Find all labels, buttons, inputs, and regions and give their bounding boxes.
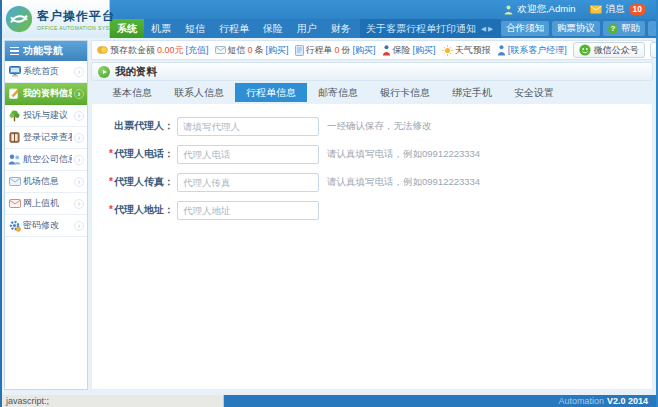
contact-manager-link[interactable]: [联系客户经理] xyxy=(508,44,567,57)
agent-address-input[interactable] xyxy=(177,201,319,220)
version-info: AutomationV2.0 2014 xyxy=(558,396,656,406)
welcome-user[interactable]: 欢迎您,Admin xyxy=(504,3,575,16)
field-label: *代理人电话： xyxy=(106,147,174,161)
itinerary-unit: 份 xyxy=(342,44,351,57)
itinerary-form: 出票代理人： 一经确认保存，无法修改 *代理人电话： 请认真填写电话，例如099… xyxy=(91,104,653,390)
insurance-person-icon xyxy=(382,45,391,56)
chevron-right-icon: › xyxy=(74,177,84,187)
profile-tabs: 基本信息 联系人信息 行程单信息 邮寄信息 银行卡信息 绑定手机 安全设置 xyxy=(91,83,653,102)
nav-item-tickets[interactable]: 机票 xyxy=(144,19,178,38)
sidebar-item-login-history[interactable]: 登录记录查看 › xyxy=(5,127,87,149)
welcome-text: 欢迎您,Admin xyxy=(517,3,575,16)
field-hint: 请认真填写电话，例如09912223334 xyxy=(327,148,480,161)
required-star: * xyxy=(109,148,113,159)
edit-icon xyxy=(8,88,21,100)
tab-basic-info[interactable]: 基本信息 xyxy=(101,83,163,102)
chevron-right-icon: › xyxy=(74,221,84,231)
menu-icon xyxy=(10,47,19,56)
logout-button[interactable]: → 退出 xyxy=(648,21,658,36)
document-icon xyxy=(295,45,304,56)
help-icon: ? xyxy=(608,24,618,34)
sidebar-item-airlines[interactable]: 航空公司信息 › xyxy=(5,149,87,171)
sidebar-item-online-checkin[interactable]: 网上值机 › xyxy=(5,193,87,215)
itinerary-buy-link[interactable]: [购买] xyxy=(353,44,376,57)
chevron-right-icon: › xyxy=(74,133,84,143)
chevron-right-icon: › xyxy=(74,111,84,121)
itinerary-item: 行程单 0 份 [购买] xyxy=(295,44,376,57)
agent-phone-input[interactable] xyxy=(177,145,319,164)
agent-fax-input[interactable] xyxy=(177,173,319,192)
logout-icon: → xyxy=(653,23,658,34)
sidebar-header-label: 功能导航 xyxy=(23,44,63,58)
tab-bank-card-info[interactable]: 银行卡信息 xyxy=(369,83,441,102)
section-play-icon xyxy=(98,66,110,78)
itinerary-label: 行程单 xyxy=(306,44,333,57)
wechat-icon xyxy=(579,44,591,56)
form-row-agent-phone: *代理人电话： 请认真填写电话，例如09912223334 xyxy=(106,144,652,164)
nav-right-actions: 合作须知 购票协议 ? 帮助 → 退出 xyxy=(501,19,658,38)
insurance-buy-link[interactable]: [购买] xyxy=(413,44,436,57)
help-button[interactable]: ? 帮助 xyxy=(603,21,645,36)
announcement-text: 关于客票行程单打印通知 xyxy=(366,22,476,36)
tab-security-settings[interactable]: 安全设置 xyxy=(503,83,565,102)
messages-badge: 10 xyxy=(629,4,646,15)
app-title: 客户操作平台 xyxy=(37,8,121,25)
messages[interactable]: 消息 10 xyxy=(590,3,646,16)
checkin-envelope-icon xyxy=(8,198,21,210)
status-bar: javascript:; AutomationV2.0 2014 xyxy=(2,395,656,407)
sidebar-item-label: 航空公司信息 xyxy=(23,153,72,166)
sidebar-item-label: 机场信息 xyxy=(23,175,59,188)
announcement-prev-icon[interactable]: ◀ xyxy=(481,25,488,32)
app-subtitle: OFFICE AUTOMATION SYSTEM xyxy=(37,25,121,31)
deposit-label: 预存款金额 xyxy=(110,44,155,57)
sidebar-item-my-profile[interactable]: 我的资料信息 › xyxy=(5,83,87,105)
wechat-official-button[interactable]: 微信公众号 xyxy=(573,42,645,58)
deposit-value: 0.00元 xyxy=(157,44,184,57)
weather-item[interactable]: 天气预报 xyxy=(442,44,491,57)
app-window: 欢迎您,Admin 消息 10 系统 机票 短信 行程单 保险 用户 财务 关于… xyxy=(0,0,658,407)
nav-item-users[interactable]: 用户 xyxy=(290,19,324,38)
sun-icon xyxy=(442,45,453,56)
account-info-bar: 预存款金额 0.00元 [充值] 短信 0 条 [购买] xyxy=(91,40,653,60)
sidebar-item-home[interactable]: 系统首页 › xyxy=(5,61,87,83)
tab-contact-info[interactable]: 联系人信息 xyxy=(163,83,235,102)
chevron-right-icon: › xyxy=(74,89,84,99)
sidebar-item-label: 投诉与建议 xyxy=(23,109,68,122)
sidebar-item-change-password[interactable]: 密码修改 › xyxy=(5,215,87,237)
required-star: * xyxy=(109,204,113,215)
header: 欢迎您,Admin 消息 10 系统 机票 短信 行程单 保险 用户 财务 关于… xyxy=(2,0,656,38)
sidebar-item-airports[interactable]: 机场信息 › xyxy=(5,171,87,193)
gear-icon xyxy=(8,220,21,232)
infobar-right-buttons: 微信公众号 QQ客户 xyxy=(573,42,658,58)
insurance-item: 保险 [购买] xyxy=(382,44,436,57)
tab-mailing-info[interactable]: 邮寄信息 xyxy=(307,83,369,102)
required-star: * xyxy=(109,176,113,187)
tab-bind-phone[interactable]: 绑定手机 xyxy=(441,83,503,102)
nav-item-insurance[interactable]: 保险 xyxy=(256,19,290,38)
envelope-icon xyxy=(8,176,21,188)
tree-icon xyxy=(8,110,21,122)
qq-service-button[interactable]: QQ客户 xyxy=(650,42,658,58)
nav-item-itinerary[interactable]: 行程单 xyxy=(212,19,256,38)
sidebar-item-label: 网上值机 xyxy=(23,197,59,210)
announcement-arrows[interactable]: ◀▶ xyxy=(481,25,495,33)
contact-manager-item[interactable]: [联系客户经理] xyxy=(497,44,567,57)
sms-count: 0 xyxy=(248,45,253,55)
announcement-next-icon[interactable]: ▶ xyxy=(488,25,495,32)
wechat-button-label: 微信公众号 xyxy=(594,44,639,57)
nav-item-finance[interactable]: 财务 xyxy=(324,19,358,38)
tab-itinerary-info[interactable]: 行程单信息 xyxy=(235,83,307,102)
purchase-agreement-button[interactable]: 购票协议 xyxy=(552,21,600,36)
sidebar-item-label: 我的资料信息 xyxy=(23,87,72,100)
sidebar-item-feedback[interactable]: 投诉与建议 › xyxy=(5,105,87,127)
ticket-agent-input[interactable] xyxy=(177,117,319,136)
recharge-link[interactable]: [充值] xyxy=(186,44,209,57)
deposit-item: 预存款金额 0.00元 [充值] xyxy=(97,44,209,57)
nav-item-sms[interactable]: 短信 xyxy=(178,19,212,38)
sms-buy-link[interactable]: [购买] xyxy=(266,44,289,57)
announcement-ticker[interactable]: 关于客票行程单打印通知 ◀▶ xyxy=(360,19,501,38)
body: 功能导航 系统首页 › 我的资料信息 › 投诉与建议 xyxy=(2,38,656,395)
chevron-right-icon: › xyxy=(74,155,84,165)
cooperation-notice-button[interactable]: 合作须知 xyxy=(501,21,549,36)
monitor-icon xyxy=(8,66,21,78)
